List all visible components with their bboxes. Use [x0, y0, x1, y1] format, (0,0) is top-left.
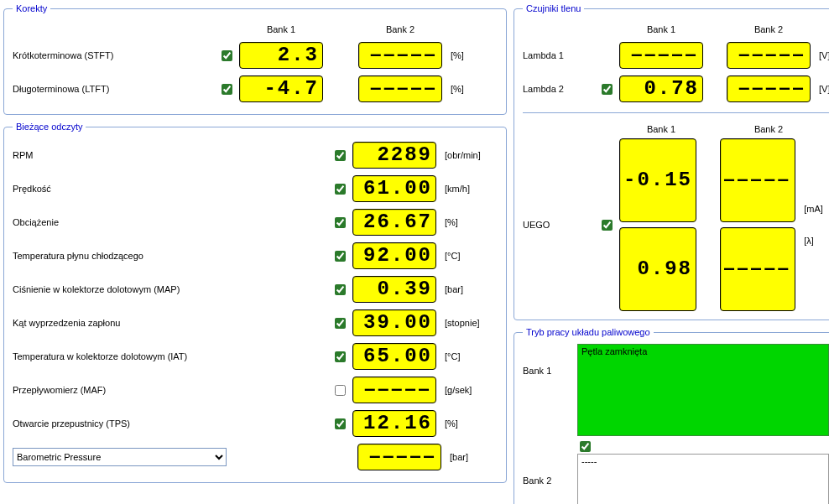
stft-bank2-value: ‒‒‒‒‒	[358, 42, 442, 69]
group-fuel-mode-title: Tryb pracy układu paliwowego	[523, 327, 654, 337]
korekty-bank2-header: Bank 2	[358, 24, 442, 34]
ltft-bank2-value: ‒‒‒‒‒	[358, 75, 442, 102]
uego-bank1-lambda: 0.98	[619, 227, 696, 311]
group-readings: Bieżące odczyty RPM2289[obr/min]Prędkość…	[3, 122, 507, 483]
ltft-label: Długoterminowa (LTFT)	[13, 84, 214, 94]
reading-label: Przepływomierz (MAF)	[13, 385, 327, 395]
oxygen-bank2-header: Bank 2	[727, 24, 811, 34]
reading-row: Kąt wyprzedzenia zapłonu39.00[stopnie]	[13, 306, 498, 340]
reading-checkbox[interactable]	[335, 318, 346, 329]
uego-bank1-ma: -0.15	[619, 138, 696, 222]
fuel-bank1-status: Pętla zamknięta	[577, 344, 829, 436]
fuel-bank2-status: -----	[577, 454, 829, 504]
lambda2-label: Lambda 2	[523, 84, 594, 94]
oxygen-bank1-header: Bank 1	[619, 24, 703, 34]
stft-bank1-value: 2.3	[239, 42, 323, 69]
reading-row: Obciążenie26.67[%]	[13, 205, 498, 239]
reading-value: ‒‒‒‒‒	[352, 377, 436, 403]
uego-bank1-header: Bank 1	[619, 124, 703, 134]
uego-label: UEGO	[523, 220, 594, 230]
uego-unit-lambda: [λ]	[804, 227, 829, 254]
reading-checkbox[interactable]	[335, 150, 346, 161]
reading-label: RPM	[13, 150, 327, 160]
reading-row: Otwarcie przepustnicy (TPS)12.16[%]	[13, 407, 498, 440]
reading-row: RPM2289[obr/min]	[13, 138, 498, 172]
uego-checkbox[interactable]	[602, 220, 613, 231]
reading-row: Temperatura płynu chłodzącego92.00[°C]	[13, 239, 498, 273]
lambda2-bank1-value: 0.78	[619, 75, 703, 102]
fuel-bank1-label: Bank 1	[523, 344, 569, 376]
reading-checkbox[interactable]	[335, 184, 346, 195]
stft-unit: [%]	[447, 50, 498, 60]
lambda2-bank2-value: ‒‒‒‒‒	[727, 75, 811, 102]
group-korekty-title: Korekty	[13, 3, 50, 13]
reading-checkbox[interactable]	[335, 217, 346, 228]
lambda2-unit: [V]	[816, 84, 829, 94]
reading-label: Temperatura płynu chłodzącego	[13, 251, 327, 261]
reading-value: 12.16	[352, 410, 436, 437]
group-readings-title: Bieżące odczyty	[13, 122, 86, 132]
uego-bank2-header: Bank 2	[727, 124, 811, 134]
reading-label: Temperatura w kolektorze dolotowym (IAT)	[13, 351, 327, 361]
reading-unit: [g/sek]	[441, 385, 492, 395]
reading-value: 2289	[352, 142, 436, 169]
lambda1-unit: [V]	[816, 50, 829, 60]
group-oxygen: Czujniki tlenu Bank 1 Bank 2 Lambda 1 ‒‒…	[514, 3, 829, 320]
uego-bank2-ma: ‒‒‒‒‒	[720, 138, 795, 222]
reading-checkbox[interactable]	[335, 385, 346, 396]
reading-value: 61.00	[352, 175, 436, 202]
reading-unit: [%]	[441, 418, 492, 429]
stft-label: Krótkoterminowa (STFT)	[13, 50, 214, 60]
uego-bank2-lambda: ‒‒‒‒‒	[720, 227, 795, 311]
reading-checkbox[interactable]	[335, 418, 346, 429]
reading-unit: [°C]	[441, 351, 492, 361]
reading-unit: [stopnie]	[441, 318, 492, 328]
korekty-bank1-header: Bank 1	[239, 24, 323, 34]
reading-unit: [bar]	[441, 284, 492, 294]
divider	[523, 112, 829, 113]
lambda1-bank1-value: ‒‒‒‒‒	[619, 42, 703, 69]
reading-checkbox[interactable]	[335, 251, 346, 262]
lambda1-label: Lambda 1	[523, 50, 594, 60]
lambda1-bank2-value: ‒‒‒‒‒	[727, 42, 811, 69]
reading-checkbox[interactable]	[335, 284, 346, 295]
ltft-bank1-value: -4.7	[239, 75, 323, 102]
reading-value: 39.00	[352, 309, 436, 336]
reading-row: Przepływomierz (MAF)‒‒‒‒‒[g/sek]	[13, 373, 498, 407]
reading-value: 26.67	[352, 209, 436, 236]
reading-row: Prędkość61.00[km/h]	[13, 172, 498, 205]
reading-value: 92.00	[352, 242, 436, 269]
reading-label: Kąt wyprzedzenia zapłonu	[13, 318, 327, 328]
custom-pid-select[interactable]: Barometric Pressure	[13, 448, 227, 466]
reading-unit: [°C]	[441, 251, 492, 261]
stft-checkbox[interactable]	[222, 50, 232, 61]
custom-pid-value: ‒‒‒‒‒	[357, 444, 441, 470]
reading-label: Otwarcie przepustnicy (TPS)	[13, 418, 327, 429]
group-oxygen-title: Czujniki tlenu	[523, 3, 584, 13]
reading-value: 0.39	[352, 276, 436, 303]
lambda2-checkbox[interactable]	[602, 84, 613, 95]
reading-unit: [km/h]	[441, 184, 492, 194]
reading-label: Prędkość	[13, 184, 327, 194]
group-fuel-mode: Tryb pracy układu paliwowego Bank 1 Pętl…	[514, 327, 829, 504]
reading-value: 65.00	[352, 343, 436, 370]
reading-label: Ciśnienie w kolektorze dolotowym (MAP)	[13, 284, 327, 294]
ltft-checkbox[interactable]	[222, 84, 232, 95]
fuel-mode-checkbox[interactable]	[580, 441, 591, 452]
uego-unit-ma: [mA]	[804, 195, 829, 222]
reading-row: Temperatura w kolektorze dolotowym (IAT)…	[13, 340, 498, 373]
reading-label: Obciążenie	[13, 217, 327, 227]
fuel-bank2-label: Bank 2	[523, 454, 569, 486]
group-korekty: Korekty Bank 1 Bank 2 Krótkoterminowa (S…	[3, 3, 507, 115]
ltft-unit: [%]	[447, 84, 498, 94]
reading-row: Ciśnienie w kolektorze dolotowym (MAP)0.…	[13, 273, 498, 306]
reading-unit: [obr/min]	[441, 150, 492, 160]
reading-checkbox[interactable]	[335, 351, 346, 362]
reading-unit: [%]	[441, 217, 492, 227]
custom-pid-unit: [bar]	[446, 452, 497, 462]
